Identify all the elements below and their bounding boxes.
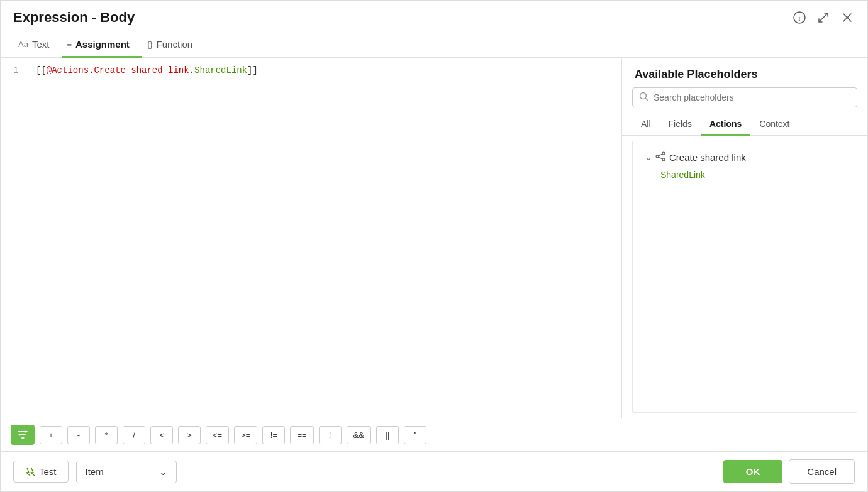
item-dropdown[interactable]: Item ⌄ (76, 461, 177, 483)
at-sign: @ (47, 65, 52, 75)
svg-point-5 (656, 155, 659, 158)
svg-line-3 (646, 99, 648, 101)
operator-bar: + - * / < > <= >= != == ! && || " (1, 418, 867, 451)
footer-right: OK Cancel (723, 459, 855, 484)
footer-left: Test Item ⌄ (13, 461, 177, 483)
op-gte[interactable]: >= (234, 426, 257, 444)
op-plus[interactable]: + (40, 426, 62, 444)
filter-tab-context[interactable]: Context (750, 114, 798, 136)
search-icon (639, 92, 648, 103)
assignment-tab-icon: ≡ (67, 40, 72, 49)
test-button[interactable]: Test (13, 461, 69, 483)
text-tab-icon: Aa (18, 40, 28, 49)
footer: Test Item ⌄ OK Cancel (1, 451, 867, 491)
svg-point-9 (19, 434, 21, 436)
search-input[interactable] (654, 92, 850, 102)
chevron-down-icon: ⌄ (159, 466, 167, 478)
tab-assignment[interactable]: ≡ Assignment (62, 31, 142, 58)
filter-operator-btn[interactable] (11, 425, 35, 445)
function-tab-icon: {} (147, 40, 153, 49)
share-icon (655, 151, 665, 163)
open-bracket: [[ (36, 65, 47, 75)
dialog-header: Expression - Body i (1, 1, 867, 31)
tab-function[interactable]: {} Function (142, 31, 205, 58)
ok-button[interactable]: OK (723, 460, 783, 483)
line-number-1: 1 (13, 65, 23, 75)
filter-tab-fields[interactable]: Fields (660, 114, 701, 136)
info-button[interactable]: i (792, 10, 807, 25)
search-bar (632, 87, 857, 107)
tab-function-label: Function (157, 39, 193, 50)
tab-bar: Aa Text ≡ Assignment {} Function (1, 31, 867, 58)
placeholder-list: ⌄ Create shared link Share (632, 141, 857, 413)
code-line-1: 1 [[@Actions.Create_shared_link.SharedLi… (13, 65, 609, 75)
group-header-create-shared-link[interactable]: ⌄ Create shared link (643, 148, 847, 167)
op-not[interactable]: ! (319, 426, 342, 444)
op-eq[interactable]: == (290, 426, 313, 444)
close-button[interactable] (840, 10, 855, 25)
code-method: Create_shared_link (94, 65, 189, 75)
expand-button[interactable] (816, 10, 831, 25)
expression-body-dialog: Expression - Body i Aa T (0, 0, 868, 492)
tab-text-label: Text (32, 39, 50, 50)
panel-title: Available Placeholders (622, 58, 867, 87)
right-panel: Available Placeholders All Fields Action… (622, 58, 867, 418)
filter-tab-all[interactable]: All (632, 114, 660, 136)
code-actions: Actions (52, 65, 89, 75)
cancel-button[interactable]: Cancel (789, 459, 855, 484)
filter-tabs: All Fields Actions Context (622, 114, 867, 136)
tab-assignment-label: Assignment (75, 39, 130, 50)
svg-point-4 (662, 152, 665, 155)
op-minus[interactable]: - (67, 426, 90, 444)
code-content-1: [[@Actions.Create_shared_link.SharedLink… (36, 65, 258, 75)
placeholder-group-create-shared-link: ⌄ Create shared link Share (643, 148, 847, 182)
header-icons: i (792, 10, 855, 25)
code-field: SharedLink (194, 65, 247, 75)
chevron-down-icon: ⌄ (645, 153, 652, 162)
op-lte[interactable]: <= (206, 426, 229, 444)
svg-line-8 (659, 157, 662, 159)
svg-point-6 (662, 158, 665, 161)
op-lt[interactable]: < (150, 426, 173, 444)
op-multiply[interactable]: * (95, 426, 118, 444)
op-quote[interactable]: " (404, 426, 426, 444)
op-and[interactable]: && (347, 426, 371, 444)
op-neq[interactable]: != (262, 426, 285, 444)
svg-point-10 (25, 431, 27, 433)
placeholder-item-sharedlink[interactable]: SharedLink (643, 167, 847, 182)
svg-line-7 (659, 154, 662, 156)
op-or[interactable]: || (376, 426, 399, 444)
close-bracket: ]] (247, 65, 258, 75)
tab-text[interactable]: Aa Text (13, 31, 62, 58)
dot-2: . (189, 65, 194, 75)
main-content: 1 [[@Actions.Create_shared_link.SharedLi… (1, 58, 867, 418)
svg-point-11 (23, 437, 25, 439)
svg-text:i: i (798, 14, 801, 23)
group-label: Create shared link (669, 152, 746, 163)
code-editor[interactable]: 1 [[@Actions.Create_shared_link.SharedLi… (1, 58, 622, 418)
item-label: Item (86, 466, 104, 477)
test-label: Test (39, 466, 57, 477)
filter-tab-actions[interactable]: Actions (701, 114, 750, 136)
op-gt[interactable]: > (178, 426, 201, 444)
dialog-title: Expression - Body (13, 9, 135, 26)
op-divide[interactable]: / (123, 426, 145, 444)
